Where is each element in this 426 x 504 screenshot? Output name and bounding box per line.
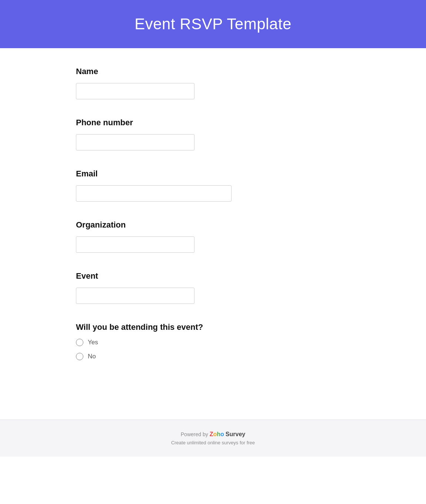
label-attending: Will you be attending this event? [76,322,350,332]
input-name[interactable] [76,83,194,99]
input-organization[interactable] [76,236,194,253]
label-email: Email [76,169,350,179]
field-group-organization: Organization [76,220,350,253]
powered-by-text: Powered by [181,431,208,437]
radio-option-yes[interactable]: Yes [76,339,350,346]
label-organization: Organization [76,220,350,230]
zoho-z: Z [210,431,213,438]
radio-input-yes[interactable] [76,339,83,346]
input-phone[interactable] [76,134,194,150]
form-container: Name Phone number Email Organization Eve… [46,48,380,397]
field-group-attending: Will you be attending this event? Yes No [76,322,350,360]
input-event[interactable] [76,288,194,304]
label-event: Event [76,271,350,281]
survey-text: Survey [226,431,245,438]
field-group-email: Email [76,169,350,202]
zoho-o1: o [213,431,217,438]
page-title: Event RSVP Template [134,15,292,33]
zoho-h: h [217,431,220,438]
label-name: Name [76,67,350,76]
input-email[interactable] [76,185,232,202]
field-group-event: Event [76,271,350,304]
page-header: Event RSVP Template [0,0,426,48]
zoho-o2: o [220,431,224,438]
footer-powered-line: Powered by Zoho Survey [7,431,419,438]
radio-label-no: No [88,353,96,360]
zoho-logo: Zoho [210,431,224,438]
radio-input-no[interactable] [76,353,83,360]
field-group-phone: Phone number [76,118,350,150]
radio-group-attending: Yes No [76,339,350,360]
radio-label-yes: Yes [88,339,98,346]
radio-option-no[interactable]: No [76,353,350,360]
field-group-name: Name [76,67,350,99]
footer-subtitle: Create unlimited online surveys for free [7,440,419,445]
page-footer: Powered by Zoho Survey Create unlimited … [0,420,426,457]
label-phone: Phone number [76,118,350,127]
